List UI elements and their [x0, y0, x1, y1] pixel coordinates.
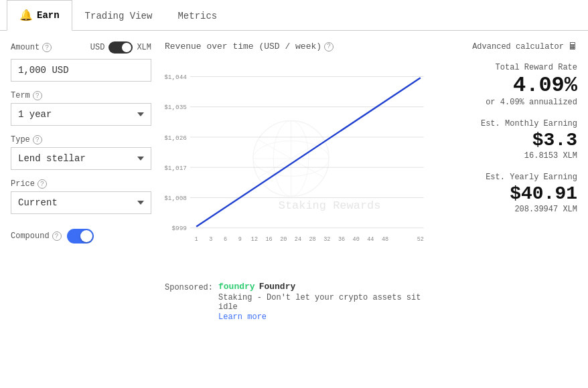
sponsored-desc: Staking - Don't let your crypto assets s…	[218, 293, 430, 312]
sponsored-label: Sponsored:	[165, 283, 213, 292]
tab-bar: 🔔 Earn Trading View Metrics	[0, 0, 588, 31]
chart-title: Revenue over time (USD / week) ?	[165, 41, 430, 52]
svg-text:48: 48	[382, 236, 388, 243]
chart-container: $1,044 $1,035 $1,026 $1,017 $1,008 $999	[165, 58, 430, 272]
amount-label: Amount ?	[11, 43, 52, 52]
term-info-icon[interactable]: ?	[33, 91, 42, 100]
svg-text:20: 20	[280, 236, 287, 243]
earn-icon: 🔔	[19, 9, 33, 22]
main-content: Amount ? USD XLM Term ? 1 year 1 month 3…	[0, 31, 588, 385]
svg-text:44: 44	[367, 236, 374, 243]
foundry-brand-name: Foundry	[259, 282, 296, 292]
svg-text:$1,035: $1,035	[165, 104, 187, 111]
svg-text:12: 12	[251, 236, 258, 243]
price-info-icon[interactable]: ?	[38, 179, 47, 189]
tab-earn-label: Earn	[37, 10, 60, 21]
center-panel: Revenue over time (USD / week) ? $1,044 …	[165, 41, 430, 375]
tab-trading-view[interactable]: Trading View	[72, 0, 165, 31]
svg-text:40: 40	[353, 236, 360, 243]
tab-metrics[interactable]: Metrics	[165, 0, 230, 31]
price-label: Price ?	[11, 179, 151, 189]
est-yearly-label: Est. Yearly Earning	[450, 173, 577, 182]
currency-toggle: USD XLM	[90, 41, 151, 54]
type-label: Type ?	[11, 135, 151, 144]
svg-text:$999: $999	[171, 225, 187, 232]
tab-metrics-label: Metrics	[177, 11, 217, 21]
svg-text:$1,044: $1,044	[165, 74, 187, 81]
est-monthly-amount: $3.3	[450, 131, 577, 150]
currency-toggle-switch[interactable]	[108, 41, 133, 54]
svg-text:52: 52	[417, 236, 424, 243]
est-monthly-xlm: 16.8153 XLM	[450, 151, 577, 161]
type-select[interactable]: Lend stellar Stake Yield farming	[11, 147, 151, 170]
advanced-calculator[interactable]: Advanced calculator 🖩	[450, 41, 577, 52]
compound-info-icon[interactable]: ?	[52, 231, 62, 241]
est-monthly-label: Est. Monthly Earning	[450, 119, 577, 128]
svg-text:24: 24	[295, 236, 301, 243]
svg-text:28: 28	[309, 236, 316, 243]
svg-text:6: 6	[224, 236, 227, 243]
term-select[interactable]: 1 year 1 month 3 months 6 months 2 years…	[11, 103, 151, 126]
amount-info-icon[interactable]: ?	[42, 43, 52, 52]
revenue-chart: $1,044 $1,035 $1,026 $1,017 $1,008 $999	[165, 58, 430, 259]
total-reward-label: Total Reward Rate	[450, 63, 577, 72]
svg-text:9: 9	[238, 236, 242, 243]
sponsored-section: Sponsored: foundry Foundry Staking - Don…	[165, 282, 430, 322]
svg-text:3: 3	[209, 236, 212, 243]
compound-label: Compound ?	[11, 231, 62, 241]
amount-row: Amount ? USD XLM	[11, 41, 151, 56]
currency-xlm-label: XLM	[137, 43, 151, 52]
price-select[interactable]: Current Custom	[11, 191, 151, 214]
svg-text:1: 1	[195, 236, 198, 243]
type-info-icon[interactable]: ?	[33, 135, 42, 144]
calculator-icon: 🖩	[568, 41, 577, 52]
foundry-logo: foundry	[218, 282, 255, 292]
svg-text:$1,026: $1,026	[165, 134, 187, 142]
adv-calculator-label: Advanced calculator	[472, 42, 564, 52]
svg-text:36: 36	[338, 236, 345, 243]
reward-rate-value: 4.09%	[450, 75, 577, 96]
sponsored-content: foundry Foundry Staking - Don't let your…	[218, 282, 430, 322]
chart-info-icon[interactable]: ?	[324, 42, 334, 52]
toggle-knob	[122, 43, 131, 52]
right-panel: Advanced calculator 🖩 Total Reward Rate …	[443, 41, 577, 375]
compound-row: Compound ?	[11, 229, 151, 244]
currency-usd-label: USD	[90, 43, 105, 52]
svg-text:$1,017: $1,017	[165, 165, 187, 172]
svg-text:16: 16	[265, 236, 272, 243]
compound-toggle-knob	[80, 230, 92, 242]
svg-text:$1,008: $1,008	[165, 195, 187, 202]
tab-earn[interactable]: 🔔 Earn	[7, 0, 72, 31]
svg-text:Staking Rewards: Staking Rewards	[279, 199, 381, 212]
learn-more-link[interactable]: Learn more	[218, 312, 267, 322]
compound-toggle[interactable]	[67, 229, 94, 244]
est-yearly-xlm: 208.39947 XLM	[450, 205, 577, 214]
est-yearly-amount: $40.91	[450, 185, 577, 203]
reward-annualized: or 4.09% annualized	[450, 98, 577, 107]
term-label: Term ?	[11, 91, 151, 100]
left-panel: Amount ? USD XLM Term ? 1 year 1 month 3…	[11, 41, 151, 375]
amount-input[interactable]	[11, 59, 151, 82]
svg-text:32: 32	[323, 236, 330, 243]
tab-trading-view-label: Trading View	[85, 11, 153, 21]
